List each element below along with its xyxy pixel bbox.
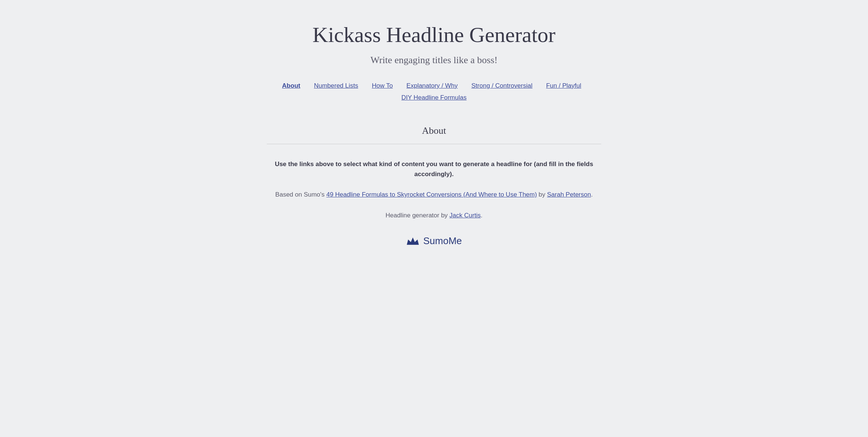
nav-link-diy-formulas[interactable]: DIY Headline Formulas [398, 93, 469, 103]
nav-link-about[interactable]: About [279, 81, 303, 91]
sumo-link[interactable]: 49 Headline Formulas to Skyrocket Conver… [326, 191, 537, 198]
about-section: About Use the links above to select what… [267, 125, 601, 220]
based-text: Based on Sumo's 49 Headline Formulas to … [275, 190, 593, 200]
sumome-label: SumoMe [423, 235, 462, 247]
nav-link-numbered-lists[interactable]: Numbered Lists [311, 81, 361, 91]
generator-text: Headline generator by Jack Curtis. [386, 210, 483, 220]
intro-text: Use the links above to select what kind … [274, 159, 594, 179]
nav-link-explanatory-why[interactable]: Explanatory / Why [404, 81, 461, 91]
crown-icon [406, 236, 420, 246]
section-divider [267, 144, 601, 144]
generator-author-link[interactable]: Jack Curtis [450, 212, 481, 219]
nav-link-strong-controversial[interactable]: Strong / Controversial [469, 81, 535, 91]
sumome-branding: SumoMe [406, 235, 462, 247]
nav-link-how-to[interactable]: How To [369, 81, 396, 91]
page-subtitle: Write engaging titles like a boss! [370, 55, 498, 66]
nav-link-fun-playful[interactable]: Fun / Playful [543, 81, 584, 91]
content-body: Use the links above to select what kind … [267, 159, 601, 220]
page-title: Kickass Headline Generator [312, 22, 556, 47]
navigation: About Numbered Lists How To Explanatory … [267, 81, 601, 103]
section-title: About [267, 125, 601, 136]
author-link[interactable]: Sarah Peterson [547, 191, 591, 198]
page-wrapper: Kickass Headline Generator Write engagin… [267, 22, 601, 247]
